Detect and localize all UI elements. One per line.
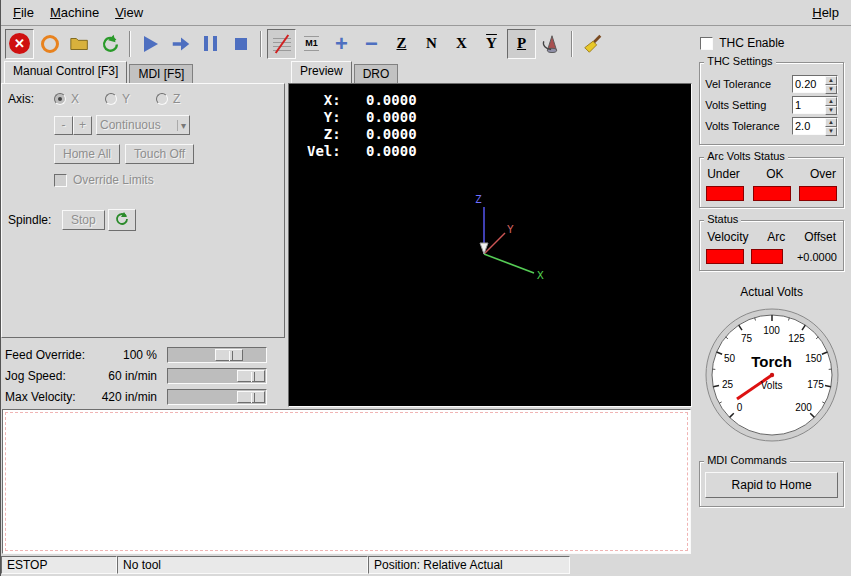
view-side-x-button[interactable]: X	[447, 29, 476, 59]
open-file-button[interactable]	[65, 29, 94, 59]
estop-button[interactable]	[5, 29, 34, 59]
optional-stop-icon: M1	[304, 36, 319, 51]
spindle-direction-button[interactable]	[108, 209, 136, 231]
slider-handle[interactable]	[215, 349, 243, 361]
slider-handle[interactable]	[237, 391, 265, 403]
dro-vel: Vel: 0.0000	[307, 143, 417, 160]
tab-mdi[interactable]: MDI [F5]	[129, 64, 193, 83]
feed-override-value: 100 %	[97, 348, 167, 362]
axes-indicator: Z Y X	[439, 189, 569, 299]
rotate-cone-icon	[541, 33, 563, 55]
tab-dro[interactable]: DRO	[354, 64, 399, 83]
radio-icon	[105, 93, 117, 105]
axis-radio-z[interactable]: Z	[156, 92, 180, 106]
rapid-to-home-button[interactable]: Rapid to Home	[705, 472, 838, 498]
max-velocity-slider[interactable]	[167, 389, 267, 405]
under-label: Under	[707, 167, 740, 181]
rotate-view-button[interactable]	[537, 29, 566, 59]
reload-file-button[interactable]	[95, 29, 124, 59]
menu-machine[interactable]: Machine	[42, 1, 107, 24]
preview-panel: Preview DRO X: 0.0000 Y: 0.0000 Z: 0.000…	[288, 61, 692, 407]
minus-icon	[365, 34, 378, 54]
thc-enable-checkbox[interactable]: THC Enable	[700, 36, 845, 50]
vel-tolerance-label: Vel Tolerance	[705, 78, 792, 90]
spin-up-arrow[interactable]: ▲	[825, 118, 837, 127]
axis-radio-y[interactable]: Y	[105, 92, 130, 106]
menu-view[interactable]: View	[107, 1, 151, 24]
volts-tolerance-spinbox[interactable]: 2.0 ▲▼	[792, 117, 838, 135]
spin-down-arrow[interactable]: ▼	[825, 85, 837, 94]
view-perspective-button[interactable]: P	[507, 29, 536, 59]
spin-down-arrow[interactable]: ▼	[825, 106, 837, 115]
preview-tabs: Preview DRO	[288, 61, 692, 83]
run-program-button[interactable]	[136, 29, 165, 59]
jog-plus-button[interactable]: +	[73, 116, 92, 135]
manual-page: Axis: X Y Z	[1, 83, 285, 338]
stop-button[interactable]	[226, 29, 255, 59]
gauge-tick-label: 0	[737, 402, 743, 413]
toolbar-separator	[260, 31, 262, 57]
gauge-subtitle: Volts	[761, 380, 783, 391]
volts-setting-spinbox[interactable]: 1 ▲▼	[792, 96, 838, 114]
machine-power-button[interactable]	[35, 29, 64, 59]
view-x-icon: X	[456, 35, 467, 52]
spindle-stop-button[interactable]: Stop	[62, 210, 105, 230]
output-history[interactable]	[2, 409, 691, 554]
feed-override-label: Feed Override:	[5, 348, 97, 362]
view-top-button[interactable]: Z	[387, 29, 416, 59]
spin-up-arrow[interactable]: ▲	[825, 76, 837, 85]
slider-handle[interactable]	[237, 370, 265, 382]
touch-off-button[interactable]: Touch Off	[125, 144, 194, 164]
volts-tolerance-value[interactable]: 2.0	[793, 118, 825, 134]
axis-radio-x[interactable]: X	[54, 92, 79, 106]
view-side-y-button[interactable]: Y	[477, 29, 506, 59]
clear-plot-button[interactable]	[578, 29, 607, 59]
menu-help[interactable]: Help	[804, 1, 847, 24]
status-group: Status Velocity Arc Offset +0.0000	[699, 220, 844, 271]
radio-icon	[54, 93, 66, 105]
dro-readout: X: 0.0000 Y: 0.0000 Z: 0.0000 Vel: 0.000…	[307, 92, 417, 160]
open-folder-icon	[69, 33, 91, 55]
vel-tolerance-value[interactable]: 0.20	[793, 76, 825, 92]
home-all-button[interactable]: Home All	[54, 144, 120, 164]
vel-tolerance-spinbox[interactable]: 0.20 ▲▼	[792, 75, 838, 93]
feed-override-slider[interactable]	[167, 347, 267, 363]
spin-up-arrow[interactable]: ▲	[825, 97, 837, 106]
skip-lines-toggle[interactable]	[267, 29, 296, 59]
jog-speed-slider[interactable]	[167, 368, 267, 384]
jog-speed-label: Jog Speed:	[5, 369, 97, 383]
mdi-commands-group: MDI Commands Rapid to Home	[699, 461, 844, 507]
axes-origin-icon	[439, 189, 569, 299]
pause-button[interactable]	[196, 29, 225, 59]
reload-icon	[99, 33, 121, 55]
override-limits-label: Override Limits	[73, 173, 154, 187]
arc-volts-status-title: Arc Volts Status	[704, 150, 788, 162]
actual-volts-label: Actual Volts	[698, 285, 845, 299]
zoom-out-button[interactable]	[357, 29, 386, 59]
tab-preview[interactable]: Preview	[291, 61, 352, 83]
jog-speed-value: 60 in/min	[97, 369, 167, 383]
axis-z-label: Z	[475, 193, 482, 206]
velocity-indicator	[706, 249, 744, 264]
tab-manual-control[interactable]: Manual Control [F3]	[4, 61, 127, 83]
over-label: Over	[810, 167, 836, 181]
override-limits-checkbox[interactable]	[54, 174, 67, 187]
gauge-tick-label: 175	[807, 379, 824, 390]
menubar: File Machine View Help	[1, 0, 851, 26]
view-z-rotated-icon: N	[426, 35, 437, 52]
preview-canvas[interactable]: X: 0.0000 Y: 0.0000 Z: 0.0000 Vel: 0.000…	[288, 83, 692, 407]
volts-setting-value[interactable]: 1	[793, 97, 825, 113]
zoom-in-button[interactable]	[327, 29, 356, 59]
menu-file[interactable]: File	[5, 1, 42, 24]
chevron-down-icon: ▾	[177, 120, 186, 131]
spin-down-arrow[interactable]: ▼	[825, 127, 837, 136]
play-icon	[144, 36, 158, 52]
axis-radio-y-label: Y	[122, 92, 130, 106]
view-rotated-top-button[interactable]: N	[417, 29, 446, 59]
jog-minus-button[interactable]: -	[54, 116, 73, 135]
checkbox-icon	[700, 37, 713, 50]
jog-mode-select[interactable]: Continuous ▾	[96, 115, 190, 135]
optional-stop-toggle[interactable]: M1	[297, 29, 326, 59]
run-step-button[interactable]	[166, 29, 195, 59]
axis-radio-z-label: Z	[173, 92, 180, 106]
